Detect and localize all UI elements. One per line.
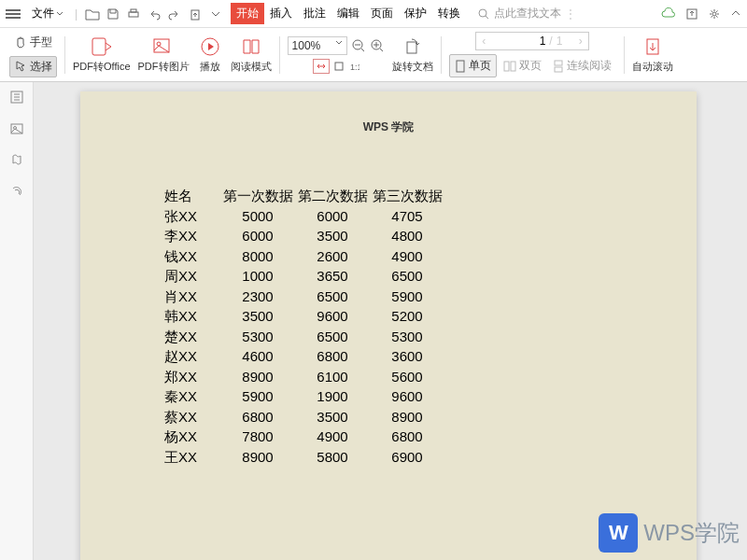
chevron-down-icon — [56, 10, 63, 18]
cell-c3: 5900 — [370, 287, 444, 307]
cell-c3: 4800 — [370, 226, 444, 246]
fit-page-icon[interactable] — [333, 61, 345, 72]
collapse-icon[interactable] — [730, 7, 741, 21]
quick-access — [85, 7, 223, 21]
tab-protect[interactable]: 保护 — [399, 3, 432, 24]
image-panel-icon[interactable] — [7, 119, 26, 138]
header-col1: 第一次数据 — [220, 186, 295, 206]
open-icon[interactable] — [85, 7, 100, 21]
cell-name: 杨XX — [164, 427, 220, 447]
save-icon[interactable] — [106, 7, 120, 21]
table-row: 周XX100036506500 — [164, 266, 697, 287]
doc-title: WPS 学院 — [80, 119, 697, 135]
book-icon — [238, 35, 264, 58]
auto-scroll-icon — [640, 35, 666, 58]
watermark: W WPS学院 — [599, 513, 740, 553]
cell-c2: 2600 — [295, 246, 370, 267]
search-box[interactable]: 点此查找文本 ⋮ — [477, 6, 576, 21]
double-page-button[interactable]: 双页 — [499, 54, 546, 77]
pdf2office-button[interactable]: PDF转Office — [69, 35, 134, 74]
svg-rect-14 — [407, 42, 416, 53]
bookmark-icon[interactable] — [7, 151, 26, 170]
file-label: 文件 — [32, 6, 54, 21]
pdf2img-button[interactable]: PDF转图片 — [134, 35, 193, 74]
cell-c2: 5800 — [295, 447, 370, 468]
cell-c1: 6800 — [220, 407, 295, 427]
zoom-select[interactable]: 100% — [288, 36, 347, 55]
search-icon — [477, 7, 490, 21]
separator — [64, 36, 65, 74]
cloud-icon[interactable] — [661, 7, 676, 21]
tab-edit[interactable]: 编辑 — [331, 3, 365, 24]
cell-c1: 6000 — [220, 226, 295, 246]
cell-c3: 3600 — [370, 346, 444, 367]
actual-size-icon[interactable]: 1:1 — [348, 61, 359, 72]
auto-scroll-button[interactable]: 自动滚动 — [628, 35, 677, 74]
cell-c2: 3500 — [295, 226, 370, 246]
page-nav-group: ‹ / 1 › 单页 双页 连续阅读 — [445, 32, 620, 77]
cell-c3: 6500 — [370, 266, 444, 287]
table-row: 蔡XX680035008900 — [164, 407, 697, 427]
single-page-icon — [455, 60, 466, 73]
cell-c3: 6900 — [370, 447, 444, 468]
more-icon[interactable] — [208, 7, 223, 21]
tab-convert[interactable]: 转换 — [432, 3, 466, 24]
cell-name: 韩XX — [164, 306, 220, 327]
cell-c1: 8000 — [220, 246, 295, 267]
continuous-button[interactable]: 连续阅读 — [548, 54, 616, 77]
settings-icon[interactable] — [708, 7, 721, 21]
play-button[interactable]: 播放 — [193, 35, 227, 74]
cell-name: 蔡XX — [164, 407, 220, 427]
svg-rect-1 — [131, 9, 136, 12]
cell-c3: 9600 — [370, 386, 444, 407]
thumbnails-icon[interactable] — [7, 88, 26, 106]
pdf2img-icon — [150, 35, 176, 58]
select-mode[interactable]: 选择 — [9, 56, 57, 77]
cell-c1: 5000 — [220, 206, 295, 227]
redo-icon[interactable] — [167, 7, 182, 21]
cell-c2: 4900 — [295, 427, 370, 447]
tab-start[interactable]: 开始 — [231, 3, 264, 24]
prev-page-icon[interactable]: ‹ — [482, 35, 486, 48]
cell-c1: 4600 — [220, 346, 295, 367]
zoom-out-icon[interactable] — [351, 38, 366, 53]
attachment-icon[interactable] — [7, 183, 26, 202]
file-menu[interactable]: 文件 — [24, 4, 71, 23]
share-icon[interactable] — [685, 7, 698, 21]
title-right — [661, 7, 741, 21]
hand-mode[interactable]: 手型 — [10, 33, 56, 52]
svg-point-8 — [157, 42, 161, 46]
cell-c1: 7800 — [220, 427, 295, 447]
zoom-group: 100% 1:1 — [284, 36, 388, 74]
zoom-in-icon[interactable] — [370, 38, 385, 53]
cell-c3: 4900 — [370, 246, 444, 267]
rotate-icon — [400, 35, 426, 58]
cell-c3: 5300 — [370, 327, 444, 347]
tab-insert[interactable]: 插入 — [264, 3, 298, 24]
tab-comment[interactable]: 批注 — [298, 3, 331, 24]
tab-page[interactable]: 页面 — [365, 3, 399, 24]
undo-icon[interactable] — [147, 7, 162, 21]
menu-icon[interactable] — [6, 9, 21, 19]
cell-c3: 5200 — [370, 306, 444, 327]
rotate-button[interactable]: 旋转文档 — [388, 35, 437, 74]
play-icon — [197, 35, 223, 58]
ellipsis: ⋮ — [565, 7, 576, 21]
svg-rect-15 — [457, 61, 464, 72]
cell-c2: 6100 — [295, 367, 370, 387]
single-page-button[interactable]: 单页 — [449, 54, 497, 77]
cell-name: 赵XX — [164, 346, 220, 367]
table-row: 韩XX350096005200 — [164, 306, 697, 327]
page-input[interactable] — [489, 35, 545, 48]
next-page-icon[interactable]: › — [579, 35, 583, 48]
fit-width-icon[interactable] — [313, 59, 330, 74]
canvas[interactable]: WPS 学院 姓名 第一次数据 第二次数据 第三次数据 张XX500060004… — [34, 82, 747, 560]
title-bar: 文件 | 开始 插入 批注 编辑 页面 保护 转换 点此查找文本 ⋮ — [0, 0, 747, 28]
cell-c2: 6500 — [295, 287, 370, 307]
export-icon[interactable] — [188, 7, 203, 21]
workspace: WPS 学院 姓名 第一次数据 第二次数据 第三次数据 张XX500060004… — [0, 82, 747, 560]
print-icon[interactable] — [126, 7, 141, 21]
table-row: 楚XX530065005300 — [164, 327, 697, 347]
table-row: 钱XX800026004900 — [164, 246, 697, 267]
read-mode-button[interactable]: 阅读模式 — [227, 35, 275, 74]
